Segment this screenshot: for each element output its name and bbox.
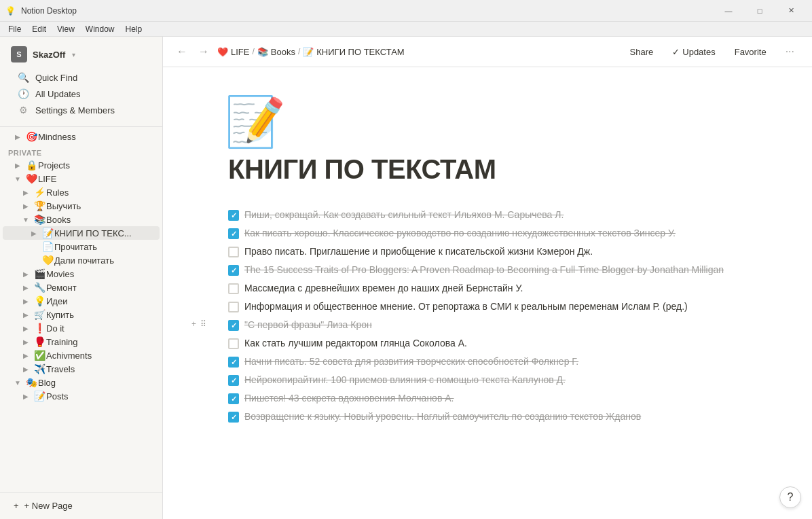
sidebar-scroll[interactable]: ▶ 🎯 Mindness PRIVATE ▶ 🔒 Projects ▼ ❤️ L… (0, 127, 162, 492)
sidebar-item-projects[interactable]: ▶ 🔒 Projects (3, 158, 160, 172)
topbar: ← → ❤️ LIFE / 📚 Books / 📝 КНИГИ ПО (163, 37, 812, 67)
sidebar-item-label: КНИГИ ПО ТЕКС... (54, 228, 160, 238)
minimize-button[interactable]: — (713, 0, 744, 22)
sidebar-item-ideas[interactable]: ▶ 💡 Идеи (3, 294, 160, 308)
drag-handle[interactable]: ⠿ (199, 373, 208, 385)
sidebar-item-mindness[interactable]: ▶ 🎯 Mindness (3, 130, 160, 143)
sidebar-item-label: Books (46, 215, 160, 225)
menu-edit[interactable]: Edit (26, 22, 52, 36)
sidebar-item-movies[interactable]: ▶ 🎬 Movies (3, 267, 160, 281)
checkbox[interactable] (228, 320, 239, 331)
back-button[interactable]: ← (174, 43, 190, 60)
add-item-button[interactable]: + (190, 281, 198, 293)
add-item-button[interactable]: + (190, 318, 198, 330)
sidebar-item-label: Mindness (38, 132, 160, 142)
checkbox[interactable] (228, 357, 239, 368)
page-content[interactable]: 📝 КНИГИ ПО ТЕКСТАМ + ⠿ Пиши, сокращай. К… (163, 67, 812, 519)
sidebar-item-learn[interactable]: ▶ 🏆 Выучить (3, 199, 160, 213)
drag-handle[interactable]: ⠿ (199, 226, 208, 238)
drag-handle[interactable]: ⠿ (199, 245, 208, 257)
add-item-button[interactable]: + (190, 245, 198, 257)
checkbox[interactable] (228, 210, 239, 221)
sidebar-item-posts[interactable]: ▶ 📝 Posts (3, 389, 160, 403)
sidebar-item-buy[interactable]: ▶ 🛒 Купить (3, 308, 160, 321)
add-item-button[interactable]: + (190, 355, 198, 367)
new-page-label: + New Page (24, 501, 73, 511)
sidebar-item-blog[interactable]: ▼ 🎭 Blog (3, 376, 160, 389)
breadcrumb-books[interactable]: 📚 Books (257, 47, 295, 57)
all-updates-button[interactable]: 🕐 All Updates (8, 86, 154, 102)
new-page-button[interactable]: + + New Page (8, 498, 154, 514)
checkbox[interactable] (228, 228, 239, 239)
maximize-button[interactable]: □ (744, 0, 775, 22)
sidebar-item-dali[interactable]: 💛 Дали почитать (3, 253, 160, 267)
sidebar-item-rules[interactable]: ▶ ⚡ Rules (3, 185, 160, 199)
sidebar-item-label: Movies (46, 269, 160, 279)
drag-handle[interactable]: ⠿ (199, 318, 208, 330)
settings-button[interactable]: ⚙ Settings & Members (8, 102, 154, 118)
sidebar-item-remont[interactable]: ▶ 🔧 Ремонт (3, 281, 160, 294)
drag-handle[interactable]: ⠿ (199, 208, 208, 220)
checkbox[interactable] (228, 338, 239, 349)
forward-button[interactable]: → (196, 43, 212, 60)
drag-handle[interactable]: ⠿ (199, 300, 208, 312)
movie-icon: 🎬 (33, 268, 46, 279)
add-item-button[interactable]: + (190, 373, 198, 385)
post-icon: 📝 (33, 391, 46, 401)
sidebar-item-life[interactable]: ▼ ❤️ LIFE (3, 172, 160, 185)
menu-help[interactable]: Help (120, 22, 148, 36)
add-item-button[interactable]: + (190, 263, 198, 275)
menu-file[interactable]: File (3, 22, 26, 36)
more-options-button[interactable]: ··· (779, 43, 801, 60)
sidebar-item-read[interactable]: 📄 Прочитать (3, 240, 160, 253)
drag-handle[interactable]: ⠿ (199, 391, 208, 404)
sidebar-item-label: Achivments (46, 351, 160, 361)
menu-window[interactable]: Window (80, 22, 120, 36)
sidebar-item-books-texts[interactable]: ▶ 📝 КНИГИ ПО ТЕКС... (3, 226, 160, 240)
checkbox[interactable] (228, 375, 239, 386)
add-item-button[interactable]: + (190, 410, 198, 422)
drag-handle[interactable]: ⠿ (199, 410, 208, 422)
user-row[interactable]: S SkazOff ▾ (8, 42, 154, 67)
add-item-button[interactable]: + (190, 300, 198, 312)
sidebar-actions: 🔍 Quick Find 🕐 All Updates ⚙ Settings & … (8, 67, 154, 121)
checkbox[interactable] (228, 283, 239, 294)
app-icon: 💡 (5, 6, 16, 16)
plane-icon: ✈️ (33, 363, 46, 374)
sidebar-item-achivments[interactable]: ▶ ✅ Achivments (3, 348, 160, 362)
user-name: SkazOff (33, 50, 65, 60)
sidebar-item-doit[interactable]: ▶ ❗ Do it (3, 321, 160, 335)
title-bar: 💡 Notion Desktop — □ ✕ (0, 0, 812, 22)
checkbox[interactable] (228, 302, 239, 312)
sidebar-item-books[interactable]: ▼ 📚 Books (3, 213, 160, 226)
checkbox[interactable] (228, 265, 239, 276)
help-button[interactable]: ? (779, 486, 801, 508)
sidebar-item-training[interactable]: ▶ 🥊 Training (3, 335, 160, 348)
list-item: + ⠿ Возвращение к языку. Новый уровень. … (228, 408, 747, 425)
avatar: S (11, 46, 27, 62)
checkbox[interactable] (228, 412, 239, 423)
add-item-button[interactable]: + (190, 226, 198, 238)
plus-icon: + (14, 501, 19, 511)
share-button[interactable]: Share (623, 44, 661, 60)
checkbox[interactable] (228, 247, 239, 257)
menu-view[interactable]: View (52, 22, 80, 36)
add-item-button[interactable]: + (190, 391, 198, 404)
add-item-button[interactable]: + (190, 208, 198, 220)
favorite-button[interactable]: Favorite (728, 44, 773, 60)
breadcrumb-current[interactable]: 📝 КНИГИ ПО ТЕКСТАМ (303, 47, 404, 57)
close-button[interactable]: ✕ (775, 0, 807, 22)
settings-label: Settings & Members (35, 105, 115, 115)
add-item-button[interactable]: + (190, 336, 198, 348)
checkbox[interactable] (228, 393, 239, 404)
breadcrumb-life[interactable]: ❤️ LIFE (217, 47, 249, 57)
quick-find-button[interactable]: 🔍 Quick Find (8, 69, 154, 86)
drag-handle[interactable]: ⠿ (199, 355, 208, 367)
drag-handle[interactable]: ⠿ (199, 336, 208, 348)
sidebar-item-travels[interactable]: ▶ ✈️ Travels (3, 362, 160, 376)
updates-button[interactable]: ✓ Updates (665, 44, 722, 60)
drag-handle[interactable]: ⠿ (199, 281, 208, 293)
masks-icon: 🎭 (24, 377, 38, 388)
arrow-icon: ▶ (19, 189, 33, 196)
drag-handle[interactable]: ⠿ (199, 263, 208, 275)
